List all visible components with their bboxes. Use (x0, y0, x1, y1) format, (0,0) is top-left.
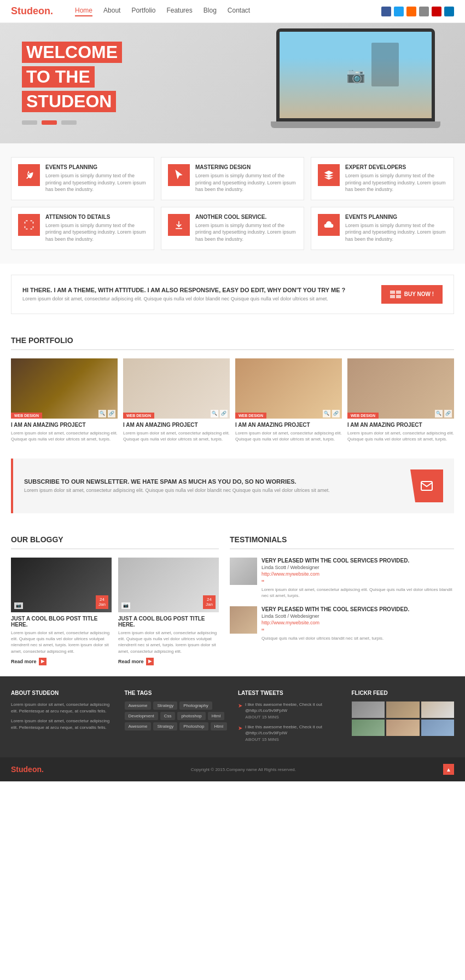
footer-flickr-title: FLICKR FEED (352, 690, 455, 696)
feature-card-1: MASTERING DESIGN Lorem ipsum is simply d… (161, 157, 304, 200)
quote-icon-1: " (261, 628, 409, 635)
tag-3[interactable]: Development (125, 712, 158, 720)
testimonial-text-0: Lorem ipsum dolor sit amet, consectetur … (261, 587, 454, 599)
testimonial-heading-1: VERY PLEASED WITH THE COOL SERVICES PROV… (261, 606, 409, 612)
hero-dots (22, 120, 122, 125)
footer-flickr: FLICKR FEED (352, 690, 455, 747)
tweet-time-1: ABOUT 15 MINS (245, 737, 341, 742)
read-more-label-1: Read more (118, 659, 144, 664)
tag-7[interactable]: Awesome (125, 722, 152, 730)
features-grid: EVENTS PLANNING Lorem ipsum is simply du… (11, 157, 454, 250)
linkedin-icon[interactable] (444, 7, 454, 16)
buy-now-button[interactable]: BUY NOW ! (381, 285, 443, 304)
footer-grid: ABOUT STUDEON Lorem ipsum dolor sit amet… (11, 690, 454, 747)
testimonial-0: VERY PLEASED WITH THE COOL SERVICES PROV… (230, 558, 454, 599)
newsletter-icon[interactable] (410, 469, 443, 502)
rss-icon[interactable] (406, 7, 416, 16)
newsletter-subtext: Lorem ipsum dolor sit amet, consectetur … (24, 488, 330, 493)
dot-1[interactable] (22, 120, 37, 125)
tag-1[interactable]: Strategy (153, 701, 177, 710)
portfolio-item-3: WEB DESIGN 🔍 🔗 I AM AN AMAZING PROJECT L… (347, 358, 454, 442)
portfolio-grid: WEB DESIGN 🔍 🔗 I AM AN AMAZING PROJECT L… (11, 358, 454, 442)
testimonials-section: Testimonials VERY PLEASED WITH THE COOL … (230, 535, 454, 665)
rocket-icon (18, 164, 40, 186)
blog-testimonials-section: OUR BLOGGY 📷 24 Jan JUST A COOL BLOG POS… (0, 524, 465, 676)
read-more-0[interactable]: Read more ▶ (11, 658, 112, 665)
portfolio-search-icon-3[interactable]: 🔍 (435, 410, 443, 417)
nav-link-about[interactable]: About (103, 7, 120, 16)
feature-title-1: MASTERING DESIGN (195, 164, 297, 170)
twitter-icon[interactable] (394, 7, 404, 16)
blog-date-mon-0: Jan (98, 602, 106, 607)
footer-copyright: Copyright © 2015.Company name All Rights… (191, 767, 296, 772)
feature-card-3: ATTENSION TO DETAILS Lorem ipsum is simp… (11, 207, 154, 250)
laptop-base (271, 121, 440, 128)
tag-6[interactable]: Html (208, 712, 224, 720)
nav-link-home[interactable]: Home (75, 7, 92, 16)
nav-link-contact[interactable]: Contact (228, 7, 250, 16)
tag-9[interactable]: Photoshop (179, 722, 208, 730)
portfolio-badge-3: WEB DESIGN (347, 413, 379, 419)
feature-content-4: ANOTHER COOL SERVICE. Lorem ipsum is sim… (195, 214, 297, 243)
portfolio-link-icon-3[interactable]: 🔗 (444, 410, 452, 417)
blog-grid: 📷 24 Jan JUST A COOL BLOG POST TITLE HER… (11, 558, 219, 665)
footer-logo[interactable]: Studeon. (11, 765, 44, 774)
flickr-thumb-3[interactable] (352, 720, 385, 736)
portfolio-search-icon-0[interactable]: 🔍 (98, 410, 106, 417)
testimonial-heading-0: VERY PLEASED WITH THE COOL SERVICES PROV… (261, 558, 454, 564)
portfolio-section: THE PORTFOLIO WEB DESIGN 🔍 🔗 I AM AN AMA… (0, 325, 465, 453)
nav-links: Home About Portfolio Features Blog Conta… (75, 7, 381, 16)
footer-bottom: Studeon. Copyright © 2015.Company name A… (0, 757, 465, 781)
portfolio-search-icon-1[interactable]: 🔍 (211, 410, 218, 417)
facebook-icon[interactable] (381, 7, 391, 16)
feature-text-1: Lorem ipsum is simply dummy text of the … (195, 172, 297, 193)
read-more-1[interactable]: Read more ▶ (118, 658, 219, 665)
nav-link-features[interactable]: Features (166, 7, 192, 16)
flickr-thumb-5[interactable] (421, 720, 455, 736)
tag-5[interactable]: photoshop (177, 712, 205, 720)
blog-item-text-1: Lorem ipsum dolor sit amet, consectetur … (118, 630, 219, 654)
cta-text: HI THERE. I AM A THEME, WITH ATTITUDE. I… (22, 287, 370, 301)
tag-0[interactable]: Awesome (125, 701, 152, 710)
tag-10[interactable]: Html (211, 722, 227, 730)
tag-4[interactable]: Css (160, 712, 176, 720)
portfolio-link-icon-2[interactable]: 🔗 (332, 410, 340, 417)
tag-8[interactable]: Strategy (153, 722, 177, 730)
dot-2[interactable] (42, 120, 57, 125)
features-section: EVENTS PLANNING Lorem ipsum is simply du… (0, 143, 465, 264)
testimonial-text-1: Quisque quis nulla vel dolor ultrices bl… (261, 635, 409, 641)
logo[interactable]: Studeon. (11, 5, 53, 17)
tweet-content-0: I like this awesome freebie, Check it ou… (245, 701, 341, 720)
blog-date-0: 24 Jan (96, 595, 108, 609)
feature-card-2: EXPERT DEVELOPERS Lorem ipsum is simply … (311, 157, 454, 200)
testimonial-link-1[interactable]: http://www.mywebsite.com (261, 620, 409, 625)
scroll-to-top-button[interactable]: ▲ (443, 764, 454, 775)
testimonial-link-0[interactable]: http://www.mywebsite.com (261, 571, 454, 577)
flickr-thumb-4[interactable] (386, 720, 420, 736)
cta-heading: HI THERE. I AM A THEME, WITH ATTITUDE. I… (22, 287, 370, 293)
camera-icon-1: 📷 (121, 602, 130, 609)
youtube-icon[interactable] (432, 7, 441, 16)
feature-title-4: ANOTHER COOL SERVICE. (195, 214, 297, 220)
feature-text-0: Lorem ipsum is simply dummy text of the … (45, 172, 147, 193)
blog-item-title-1: JUST A COOL BLOG POST TITLE HERE. (118, 616, 219, 628)
testimonial-name-1: Linda Scott / Webdesigner (261, 613, 409, 619)
tag-2[interactable]: Photography (179, 701, 212, 710)
tweet-1: ➤ I like this awesome freebie, Check it … (238, 724, 341, 742)
nav-link-blog[interactable]: Blog (204, 7, 217, 16)
portfolio-link-icon-1[interactable]: 🔗 (220, 410, 228, 417)
flickr-thumb-2[interactable] (421, 701, 455, 718)
vk-icon[interactable] (419, 7, 429, 16)
tweet-arrow-1: ➤ (238, 725, 242, 731)
portfolio-item-0: WEB DESIGN 🔍 🔗 I AM AN AMAZING PROJECT L… (11, 358, 118, 442)
flickr-thumb-1[interactable] (386, 701, 420, 718)
logo-text: Stude (11, 5, 38, 16)
nav-link-portfolio[interactable]: Portfolio (131, 7, 155, 16)
flickr-thumb-0[interactable] (352, 701, 385, 718)
portfolio-search-icon-2[interactable]: 🔍 (323, 410, 330, 417)
hero-section: WELCOME TO THE STUDEON 📷 (0, 23, 465, 143)
dot-3[interactable] (61, 120, 77, 125)
portfolio-link-icon-0[interactable]: 🔗 (108, 410, 115, 417)
footer-tags: THE TAGS Awesome Strategy Photography De… (125, 690, 228, 747)
feature-title-2: EXPERT DEVELOPERS (345, 164, 447, 170)
